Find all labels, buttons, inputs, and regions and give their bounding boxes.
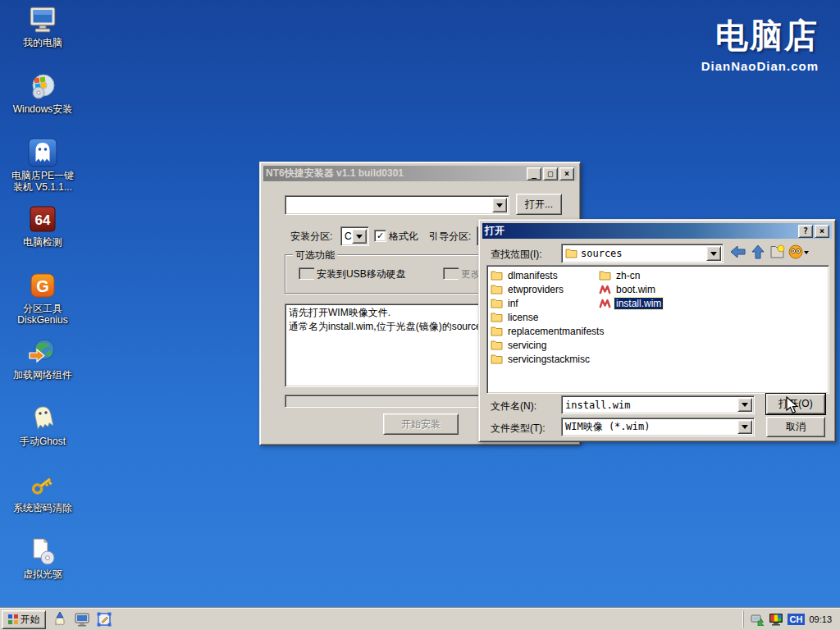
back-icon[interactable] — [730, 244, 746, 259]
file-item-install.wim[interactable]: install.wim — [599, 296, 663, 310]
desktop-icon-virtual-drive[interactable]: 虚拟光驱 — [5, 536, 80, 594]
folder-icon — [491, 271, 503, 281]
desktop-icon-pe-onekey[interactable]: 电脑店PE一键 装机 V5.1.1... — [5, 138, 80, 195]
desktop-icon-manual-ghost[interactable]: 手动Ghost — [5, 404, 80, 461]
close-icon[interactable]: × — [815, 225, 829, 238]
file-type-label: 文件类型(T): — [491, 422, 546, 436]
chevron-down-icon[interactable] — [706, 246, 721, 261]
folder-icon — [491, 326, 503, 336]
format-checkbox[interactable]: ✓ — [374, 230, 386, 242]
file-name-label: 文件名(N): — [491, 399, 536, 413]
open-dialog-titlebar[interactable]: 打开 ? × — [482, 223, 832, 239]
look-in-combobox[interactable]: sources — [561, 244, 724, 263]
password-clear-icon — [28, 470, 57, 500]
folder-icon — [491, 313, 503, 322]
wim-path-combobox[interactable] — [285, 195, 509, 215]
start-label: 开始 — [21, 613, 40, 627]
partition-combobox[interactable]: C — [340, 226, 369, 246]
file-item-label: replacementmanifests — [506, 326, 605, 337]
load-network-icon — [28, 337, 57, 367]
file-item-inf[interactable]: inf — [491, 296, 605, 310]
folder-icon — [491, 340, 503, 350]
file-item-license[interactable]: license — [491, 310, 605, 324]
chevron-down-icon[interactable] — [737, 398, 752, 412]
new-folder-icon[interactable] — [769, 244, 786, 259]
desktop-icon-windows-setup[interactable]: Windows安装 — [5, 71, 80, 129]
file-item-label: etwproviders — [506, 284, 565, 295]
open-wim-button[interactable]: 打开... — [516, 194, 562, 215]
open-file-dialog: 打开 ? × 查找范围(I): sources dlmanifes — [478, 219, 836, 442]
nt6-window-title: NT6快捷安装器 v1.1 build0301 — [266, 167, 404, 180]
start-install-button: 开始安装 — [383, 413, 459, 435]
file-item-label: servicing — [506, 340, 548, 351]
display-tray-icon[interactable] — [769, 613, 783, 626]
file-list-col2: zh-cnboot.wiminstall.wim — [599, 268, 663, 310]
mouse-cursor — [786, 396, 800, 415]
taskbar: 开始 CH 09:13 — [0, 608, 840, 630]
desktop-icon-pc-check[interactable]: 64电脑检测 — [5, 204, 80, 262]
file-item-label: install.wim — [614, 298, 663, 309]
desktop-icon-my-computer[interactable]: 我的电脑 — [5, 5, 80, 62]
start-button[interactable]: 开始 — [2, 610, 46, 629]
minimize-button[interactable]: _ — [527, 167, 541, 180]
ghost-tool-icon[interactable] — [52, 611, 68, 628]
desktop-icon-load-network[interactable]: 加载网络组件 — [5, 337, 80, 395]
help-button[interactable]: ? — [798, 225, 813, 238]
file-item-zh-cn[interactable]: zh-cn — [599, 268, 663, 282]
language-indicator[interactable]: CH — [788, 614, 806, 625]
install-partition-label: 安装分区: — [290, 230, 332, 244]
view-menu-icon[interactable] — [788, 244, 810, 259]
format-label: 格式化 — [389, 230, 418, 244]
chevron-down-icon[interactable] — [492, 198, 507, 212]
file-item-servicing[interactable]: servicing — [491, 338, 605, 352]
desktop: 我的电脑Windows安装电脑店PE一键 装机 V5.1.1...64电脑检测G… — [0, 0, 840, 630]
diskgenius-icon: G — [28, 271, 57, 300]
my-computer-icon — [28, 5, 57, 34]
pe-onekey-icon — [28, 138, 57, 167]
file-item-dlmanifests[interactable]: dlmanifests — [491, 268, 605, 282]
maximize-button[interactable]: □ — [543, 167, 558, 180]
file-name-combobox[interactable]: install.wim — [561, 395, 755, 414]
file-item-boot.wim[interactable]: boot.wim — [599, 282, 663, 296]
look-in-label: 查找范围(I): — [491, 248, 542, 262]
network-tray-icon[interactable] — [751, 613, 765, 626]
nt6-titlebar[interactable]: NT6快捷安装器 v1.1 build0301 _ □ × — [263, 166, 577, 181]
file-name-value: install.wim — [562, 398, 754, 413]
start-icon — [8, 614, 18, 624]
file-item-replacementmanifests[interactable]: replacementmanifests — [491, 324, 605, 338]
file-item-label: dlmanifests — [506, 270, 559, 281]
file-item-etwproviders[interactable]: etwproviders — [491, 282, 605, 296]
wim-path-value — [285, 203, 509, 207]
open-dialog-title: 打开 — [485, 224, 504, 238]
desktop-icon-password-clear[interactable]: 系统密码清除 — [5, 470, 80, 527]
file-item-label: inf — [506, 298, 520, 309]
up-folder-icon[interactable] — [750, 244, 766, 259]
file-item-label: boot.wim — [614, 284, 657, 295]
file-type-value: WIM映像 (*.wim) — [562, 418, 754, 436]
display-tool-icon[interactable] — [74, 611, 90, 628]
file-list[interactable]: dlmanifestsetwprovidersinflicensereplace… — [486, 265, 829, 394]
brand-logo: 电脑店 DianNaoDian.com — [701, 13, 819, 73]
desktop-tool-icon[interactable] — [96, 611, 112, 628]
desktop-icon-label: 分区工具 DiskGenius — [17, 303, 67, 326]
file-item-servicingstackmisc[interactable]: servicingstackmisc — [491, 352, 605, 366]
chevron-down-icon[interactable] — [737, 420, 752, 434]
close-button[interactable]: × — [559, 167, 574, 180]
svg-text:G: G — [36, 277, 49, 295]
windows-setup-icon — [28, 71, 57, 101]
pc-check-icon: 64 — [28, 204, 57, 234]
cancel-button[interactable]: 取消 — [766, 417, 825, 437]
chevron-down-icon[interactable] — [352, 229, 367, 244]
usb-install-checkbox[interactable] — [299, 267, 316, 280]
change-system-checkbox — [443, 267, 460, 280]
svg-text:64: 64 — [35, 212, 51, 228]
desktop-icon-label: 手动Ghost — [20, 436, 66, 447]
optional-features-label: 可选功能 — [293, 249, 337, 262]
file-type-combobox[interactable]: WIM映像 (*.wim) — [561, 418, 755, 436]
folder-icon — [491, 285, 503, 294]
folder-icon — [491, 299, 503, 308]
desktop-icon-label: 电脑检测 — [23, 236, 62, 248]
manual-ghost-icon — [28, 404, 57, 433]
desktop-icon-diskgenius[interactable]: G分区工具 DiskGenius — [5, 271, 80, 328]
file-item-label: servicingstackmisc — [506, 354, 591, 365]
